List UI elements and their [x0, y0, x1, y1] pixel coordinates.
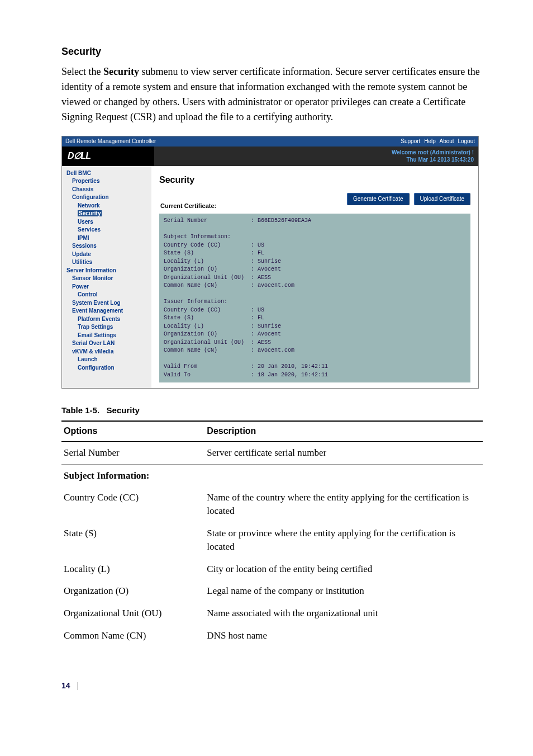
col-options: Options	[61, 421, 204, 441]
description-cell: Server certificate serial number	[204, 441, 483, 464]
description-cell: State or province where the entity apply…	[204, 522, 483, 558]
main-panel: Security Generate Certificate Upload Cer…	[151, 166, 478, 389]
embedded-screenshot: Dell Remote Management Controller Suppor…	[61, 136, 479, 389]
nav-item[interactable]: Serial Over LAN	[64, 339, 149, 348]
table-row: Subject Information:	[61, 464, 483, 486]
table-row: Organizational Unit (OU)Name associated …	[61, 602, 483, 625]
nav-item[interactable]: Server Information	[64, 267, 149, 275]
welcome-block: Welcome root (Administrator) ! Thu Mar 1…	[387, 147, 478, 166]
welcome-user: Welcome root (Administrator) !	[392, 149, 474, 156]
table-row: Locality (L)City or location of the enti…	[61, 558, 483, 580]
link-help[interactable]: Help	[424, 138, 436, 144]
table-row: Country Code (CC)Name of the country whe…	[61, 486, 483, 522]
nav-item[interactable]: Security	[64, 210, 149, 218]
nav-item[interactable]: Sessions	[64, 242, 149, 251]
certificate-details: Serial Number : B66ED526F409EA3A Subject…	[159, 214, 470, 382]
nav-item[interactable]: Chassis	[64, 186, 149, 194]
description-cell: Legal name of the company or institution	[204, 580, 483, 602]
nav-item[interactable]: Configuration	[64, 193, 149, 202]
nav-item[interactable]: Sensor Monitor	[64, 275, 149, 283]
table-caption-prefix: Table 1-5.	[61, 405, 99, 415]
option-cell: Organizational Unit (OU)	[61, 602, 204, 625]
section-heading: Security	[61, 45, 483, 59]
col-description: Description	[204, 421, 483, 441]
nav-item[interactable]: Properties	[64, 177, 149, 186]
window-titlebar: Dell Remote Management Controller Suppor…	[62, 136, 478, 147]
table-row: Serial NumberServer certificate serial n…	[61, 441, 483, 464]
page-number: 14	[61, 681, 70, 690]
link-logout[interactable]: Logout	[458, 138, 475, 144]
cert-buttons: Generate Certificate Upload Certificate	[347, 193, 470, 205]
description-cell: Name of the country where the entity app…	[204, 486, 483, 522]
nav-item[interactable]: IPMI	[64, 234, 149, 243]
option-cell: Common Name (CN)	[61, 625, 204, 647]
option-cell: Serial Number	[61, 441, 204, 464]
section-paragraph: Select the Security submenu to view serv…	[61, 64, 483, 125]
link-support[interactable]: Support	[401, 138, 420, 144]
upload-certificate-button[interactable]: Upload Certificate	[414, 193, 470, 205]
para-prefix: Select the	[61, 66, 103, 77]
link-about[interactable]: About	[439, 138, 454, 144]
option-cell: Organization (O)	[61, 580, 204, 602]
nav-item[interactable]: Event Management	[64, 307, 149, 315]
welcome-timestamp: Thu Mar 14 2013 15:43:20	[392, 156, 474, 163]
brand-logo: D∅LL	[62, 147, 154, 166]
nav-item[interactable]: Control	[64, 291, 149, 299]
nav-item[interactable]: Launch	[64, 356, 149, 364]
nav-item[interactable]: vKVM & vMedia	[64, 348, 149, 356]
option-cell: State (S)	[61, 522, 204, 558]
para-bold: Security	[103, 66, 139, 77]
window-title: Dell Remote Management Controller	[65, 138, 156, 145]
nav-item[interactable]: Email Settings	[64, 332, 149, 340]
nav-item[interactable]: Trap Settings	[64, 323, 149, 332]
description-cell: Name associated with the organizational …	[204, 602, 483, 625]
table-caption: Table 1-5. Security	[61, 404, 483, 416]
page-footer: 14 |	[61, 681, 483, 692]
table-row: Organization (O)Legal name of the compan…	[61, 580, 483, 602]
option-cell: Locality (L)	[61, 558, 204, 580]
option-cell: Country Code (CC)	[61, 486, 204, 522]
nav-item[interactable]: Services	[64, 226, 149, 234]
header-bar: D∅LL Welcome root (Administrator) ! Thu …	[62, 147, 478, 166]
nav-item[interactable]: Platform Events	[64, 315, 149, 324]
description-cell: City or location of the entity being cer…	[204, 558, 483, 580]
panel-heading: Security	[159, 174, 470, 186]
nav-item[interactable]: Power	[64, 283, 149, 291]
table-row: State (S)State or province where the ent…	[61, 522, 483, 558]
side-nav: Dell BMCPropertiesChassisConfigurationNe…	[62, 166, 151, 389]
nav-item[interactable]: Utilities	[64, 258, 149, 267]
nav-item[interactable]: Update	[64, 251, 149, 259]
nav-item[interactable]: Network	[64, 202, 149, 210]
nav-item[interactable]: System Event Log	[64, 299, 149, 308]
screenshot-body: Dell BMCPropertiesChassisConfigurationNe…	[62, 166, 478, 389]
nav-item[interactable]: Dell BMC	[64, 169, 149, 178]
table-caption-title: Security	[107, 405, 140, 415]
options-table: Options Description Serial NumberServer …	[61, 420, 483, 646]
description-cell	[204, 464, 483, 486]
description-cell: DNS host name	[204, 625, 483, 647]
table-row: Common Name (CN)DNS host name	[61, 625, 483, 647]
footer-separator: |	[77, 681, 79, 690]
titlebar-links: Support Help About Logout	[398, 138, 475, 145]
nav-item[interactable]: Users	[64, 218, 149, 226]
nav-item[interactable]: Configuration	[64, 364, 149, 372]
option-cell: Subject Information:	[61, 464, 204, 486]
generate-certificate-button[interactable]: Generate Certificate	[347, 193, 410, 205]
